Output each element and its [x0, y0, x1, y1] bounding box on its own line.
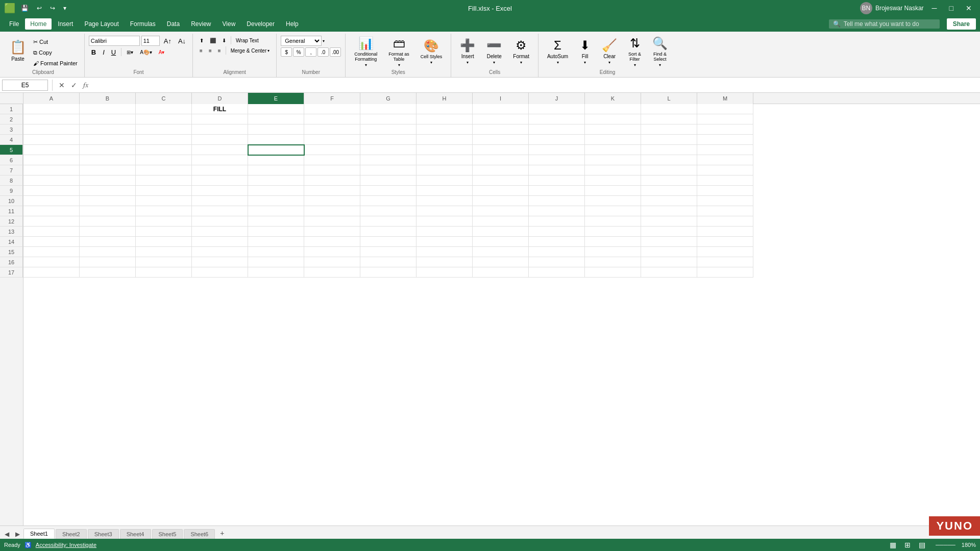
- cell-D5[interactable]: [192, 145, 248, 155]
- cell-F1[interactable]: [304, 104, 360, 114]
- cell-D11[interactable]: [192, 206, 248, 216]
- cell-B10[interactable]: [80, 196, 136, 206]
- cell-H7[interactable]: [416, 165, 473, 176]
- cell-D6[interactable]: [192, 155, 248, 165]
- cell-A4[interactable]: [23, 135, 80, 145]
- normal-view-button[interactable]: ▦: [888, 540, 898, 550]
- cell-C2[interactable]: [136, 114, 192, 124]
- cell-C4[interactable]: [136, 135, 192, 145]
- row-num-11[interactable]: 11: [0, 206, 23, 216]
- row-num-12[interactable]: 12: [0, 216, 23, 227]
- cell-J15[interactable]: [529, 247, 585, 257]
- cell-E3[interactable]: [248, 124, 304, 135]
- cell-K9[interactable]: [585, 186, 641, 196]
- restore-button[interactable]: □: [945, 2, 958, 14]
- row-num-13[interactable]: 13: [0, 227, 23, 237]
- prev-sheet-button[interactable]: ◀: [2, 530, 12, 539]
- row-num-5[interactable]: 5: [0, 145, 23, 155]
- cell-L14[interactable]: [641, 237, 697, 247]
- cell-H13[interactable]: [416, 227, 473, 237]
- cell-L7[interactable]: [641, 165, 697, 176]
- cell-G5[interactable]: [360, 145, 416, 155]
- formula-input[interactable]: [92, 81, 978, 90]
- row-num-10[interactable]: 10: [0, 196, 23, 206]
- menu-file[interactable]: File: [4, 18, 24, 30]
- cell-A11[interactable]: [23, 206, 80, 216]
- cell-I3[interactable]: [473, 124, 529, 135]
- cell-E7[interactable]: [248, 165, 304, 176]
- col-header-b[interactable]: B: [80, 93, 136, 104]
- cell-L2[interactable]: [641, 114, 697, 124]
- increase-font-button[interactable]: A↑: [161, 36, 174, 45]
- cell-K6[interactable]: [585, 155, 641, 165]
- row-num-8[interactable]: 8: [0, 176, 23, 186]
- cell-A9[interactable]: [23, 186, 80, 196]
- cell-E2[interactable]: [248, 114, 304, 124]
- cell-G8[interactable]: [360, 176, 416, 186]
- align-top-button[interactable]: ⬆: [197, 36, 206, 45]
- cell-J7[interactable]: [529, 165, 585, 176]
- cell-E16[interactable]: [248, 257, 304, 267]
- cell-H11[interactable]: [416, 206, 473, 216]
- cell-J8[interactable]: [529, 176, 585, 186]
- underline-button[interactable]: U: [109, 47, 118, 57]
- cell-D12[interactable]: [192, 216, 248, 227]
- cell-K3[interactable]: [585, 124, 641, 135]
- add-sheet-button[interactable]: +: [216, 528, 228, 539]
- sheet-tab-1[interactable]: Sheet1: [23, 529, 55, 539]
- fill-button[interactable]: ⬇ Fill ▾: [575, 36, 595, 67]
- sheet-tab-3[interactable]: Sheet3: [88, 529, 119, 539]
- cell-D2[interactable]: [192, 114, 248, 124]
- menu-view[interactable]: View: [217, 18, 241, 30]
- cell-I5[interactable]: [473, 145, 529, 155]
- cell-A3[interactable]: [23, 124, 80, 135]
- cell-L12[interactable]: [641, 216, 697, 227]
- close-button[interactable]: ✕: [962, 2, 976, 14]
- cell-G11[interactable]: [360, 206, 416, 216]
- cell-F9[interactable]: [304, 186, 360, 196]
- cell-F6[interactable]: [304, 155, 360, 165]
- increase-decimal-button[interactable]: .0: [317, 47, 329, 57]
- clear-button[interactable]: 🧹 Clear ▾: [597, 36, 622, 67]
- merge-center-button[interactable]: Merge & Center ▾: [228, 46, 273, 55]
- cell-A14[interactable]: [23, 237, 80, 247]
- cell-J3[interactable]: [529, 124, 585, 135]
- cell-K8[interactable]: [585, 176, 641, 186]
- cell-K2[interactable]: [585, 114, 641, 124]
- align-right-button[interactable]: ≡: [215, 46, 224, 55]
- col-header-l[interactable]: L: [641, 93, 697, 104]
- cell-A1[interactable]: [23, 104, 80, 114]
- cell-F15[interactable]: [304, 247, 360, 257]
- cell-E13[interactable]: [248, 227, 304, 237]
- cell-D1[interactable]: FILL: [192, 104, 248, 114]
- cell-M15[interactable]: [697, 247, 753, 257]
- cell-F7[interactable]: [304, 165, 360, 176]
- confirm-formula-button[interactable]: ✓: [69, 80, 79, 90]
- cell-L3[interactable]: [641, 124, 697, 135]
- font-size-input[interactable]: [141, 36, 160, 46]
- cell-I7[interactable]: [473, 165, 529, 176]
- cell-C6[interactable]: [136, 155, 192, 165]
- col-header-m[interactable]: M: [697, 93, 753, 104]
- cell-D16[interactable]: [192, 257, 248, 267]
- cell-E1[interactable]: [248, 104, 304, 114]
- cell-A13[interactable]: [23, 227, 80, 237]
- cell-E9[interactable]: [248, 186, 304, 196]
- row-num-6[interactable]: 6: [0, 155, 23, 165]
- cell-I11[interactable]: [473, 206, 529, 216]
- decrease-decimal-button[interactable]: .00: [330, 47, 341, 57]
- cell-M1[interactable]: [697, 104, 753, 114]
- cell-F2[interactable]: [304, 114, 360, 124]
- cell-K1[interactable]: [585, 104, 641, 114]
- insert-function-button[interactable]: 𝑓𝑥: [81, 80, 90, 90]
- cell-A17[interactable]: [23, 267, 80, 278]
- cell-H3[interactable]: [416, 124, 473, 135]
- cell-A15[interactable]: [23, 247, 80, 257]
- border-button[interactable]: ⊞▾: [124, 47, 136, 57]
- cell-K14[interactable]: [585, 237, 641, 247]
- cell-G4[interactable]: [360, 135, 416, 145]
- cell-F10[interactable]: [304, 196, 360, 206]
- cell-H9[interactable]: [416, 186, 473, 196]
- cell-H1[interactable]: [416, 104, 473, 114]
- cell-I16[interactable]: [473, 257, 529, 267]
